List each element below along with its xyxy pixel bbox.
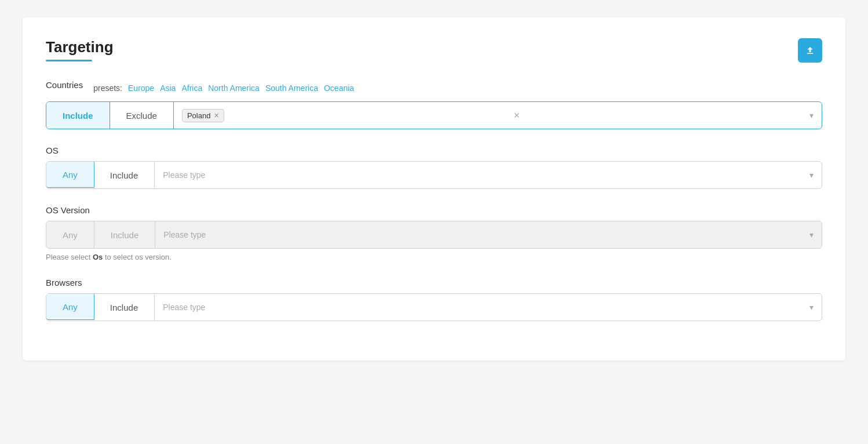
os-label: OS — [46, 145, 822, 155]
os-toggle-group: Any Include — [46, 162, 155, 188]
countries-include-button[interactable]: Include — [46, 102, 110, 129]
countries-label: Countries — [46, 80, 83, 90]
presets-label: presets: — [93, 83, 122, 93]
tag-remove-button[interactable]: × — [214, 111, 218, 119]
title-block: Targeting — [46, 38, 114, 61]
os-version-placeholder: Please type — [163, 230, 805, 239]
tag-label: Poland — [187, 111, 210, 120]
os-version-any-button[interactable]: Any — [46, 221, 94, 248]
os-include-button[interactable]: Include — [94, 162, 155, 188]
upload-button[interactable] — [798, 38, 822, 63]
browsers-control-row: Any Include Please type ▾ — [46, 293, 822, 321]
preset-north-america[interactable]: North America — [208, 83, 260, 93]
countries-select-area[interactable]: Poland × × ▾ — [174, 102, 822, 129]
poland-tag: Poland × — [182, 109, 224, 122]
os-version-chevron-icon: ▾ — [809, 230, 814, 239]
header: Targeting — [46, 38, 822, 63]
chevron-down-icon[interactable]: ▾ — [809, 111, 814, 120]
preset-africa[interactable]: Africa — [181, 83, 202, 93]
browsers-toggle-group: Any Include — [46, 294, 155, 321]
upload-icon — [805, 45, 815, 56]
preset-south-america[interactable]: South America — [265, 83, 318, 93]
countries-toggle-group: Include Exclude — [46, 102, 174, 129]
hint-prefix: Please select — [46, 253, 93, 261]
presets-row: presets: Europe Asia Africa North Americ… — [93, 83, 354, 93]
os-version-toggle-group: Any Include — [46, 221, 155, 248]
browsers-chevron-icon[interactable]: ▾ — [809, 303, 814, 312]
main-container: Targeting Countries presets: Europe Asia… — [23, 17, 845, 361]
os-version-section: OS Version Any Include Please type ▾ Ple… — [46, 205, 822, 261]
countries-exclude-button[interactable]: Exclude — [110, 102, 174, 129]
os-version-select-area: Please type ▾ — [155, 221, 822, 248]
browsers-section: Browsers Any Include Please type ▾ — [46, 278, 822, 321]
countries-control-row: Include Exclude Poland × × ▾ — [46, 101, 822, 129]
countries-section: Countries presets: Europe Asia Africa No… — [46, 80, 822, 129]
preset-oceania[interactable]: Oceania — [324, 83, 354, 93]
hint-suffix: to select os version. — [103, 253, 172, 261]
browsers-placeholder: Please type — [163, 303, 805, 312]
hint-bold: Os — [93, 253, 103, 261]
os-section: OS Any Include Please type ▾ — [46, 145, 822, 189]
os-chevron-icon[interactable]: ▾ — [809, 170, 814, 180]
os-version-include-button[interactable]: Include — [94, 221, 155, 248]
browsers-any-button[interactable]: Any — [46, 293, 94, 320]
browsers-select-area[interactable]: Please type ▾ — [155, 294, 822, 321]
os-any-button[interactable]: Any — [46, 161, 94, 188]
os-version-hint: Please select Os to select os version. — [46, 253, 822, 261]
preset-asia[interactable]: Asia — [160, 83, 176, 93]
clear-icon[interactable]: × — [514, 110, 520, 122]
os-placeholder: Please type — [163, 170, 805, 180]
preset-europe[interactable]: Europe — [128, 83, 154, 93]
os-version-label: OS Version — [46, 205, 822, 215]
os-control-row: Any Include Please type ▾ — [46, 161, 822, 189]
page-title: Targeting — [46, 38, 114, 56]
os-select-area[interactable]: Please type ▾ — [155, 162, 822, 188]
browsers-label: Browsers — [46, 278, 822, 287]
os-version-control-row: Any Include Please type ▾ — [46, 221, 822, 249]
browsers-include-button[interactable]: Include — [94, 294, 155, 321]
title-underline — [46, 60, 92, 61]
